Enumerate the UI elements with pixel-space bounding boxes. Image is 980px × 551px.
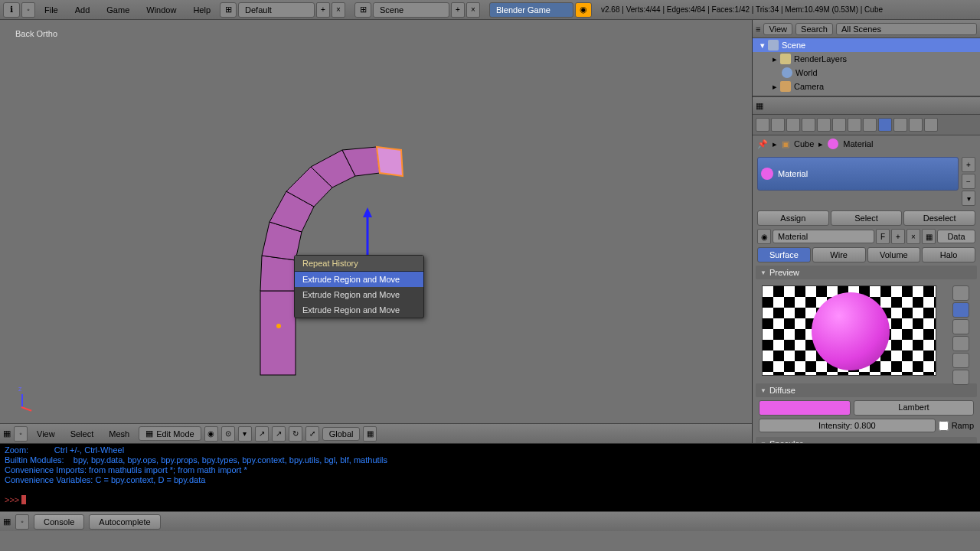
context-menu-item-2[interactable]: Extrude Region and Move (295, 302, 423, 318)
context-menu-item-0[interactable]: Extrude Region and Move (295, 272, 423, 287)
material-name-field[interactable]: Material (773, 230, 874, 243)
scene-browse-icon[interactable]: ⊞ (354, 2, 371, 18)
preview-sphere-icon[interactable] (952, 302, 969, 318)
autocomplete-button[interactable]: Autocomplete (89, 514, 160, 530)
node-toggle-icon[interactable]: ▦ (922, 229, 936, 244)
pivot-align-icon[interactable]: ▾ (238, 426, 252, 442)
tab-renderlayers-icon[interactable] (771, 118, 785, 132)
manipulator-icon[interactable]: ↗ (255, 426, 269, 442)
diffuse-shader-dropdown[interactable]: Lambert (854, 400, 974, 416)
diffuse-intensity-field[interactable]: Intensity: 0.800 (759, 419, 936, 432)
tab-material-icon[interactable] (878, 118, 892, 132)
mode-dropdown[interactable]: ▦ Edit Mode (139, 426, 201, 441)
outliner-editor-icon[interactable]: ≡ (756, 24, 760, 34)
delete-screen-icon[interactable]: × (332, 2, 345, 18)
slot-specials-icon[interactable]: ▾ (962, 191, 975, 206)
menu-game[interactable]: Game (99, 2, 137, 18)
context-menu-item-1[interactable]: Extrude Region and Move (295, 287, 423, 302)
tab-object-icon[interactable] (817, 118, 831, 132)
unlink-material-button[interactable]: × (906, 229, 920, 244)
breadcrumb-material[interactable]: Material (843, 139, 873, 148)
view3d-menu-view[interactable]: View (31, 428, 61, 440)
console-mode-button[interactable]: Console (34, 514, 84, 530)
fake-user-button[interactable]: F (876, 229, 890, 244)
properties-editor-icon[interactable]: ▦ (756, 101, 763, 111)
python-console: Zoom: Ctrl +/-, Ctrl-Wheel Builtin Modul… (0, 443, 980, 531)
preview-hair-icon[interactable] (952, 353, 969, 368)
menu-help[interactable]: Help (185, 2, 218, 18)
volume-tab[interactable]: Volume (867, 247, 921, 262)
outliner-item-world[interactable]: World (753, 66, 980, 80)
transform-orientation-dropdown[interactable]: Global (322, 427, 361, 441)
console-editor-icon[interactable]: ▦ (3, 517, 11, 527)
deselect-button[interactable]: Deselect (903, 210, 975, 226)
delete-scene-icon[interactable]: × (466, 2, 480, 18)
preview-cube-icon[interactable] (952, 319, 969, 334)
outliner-item-renderlayers[interactable]: ▸ RenderLayers (753, 52, 980, 66)
screen-layout-dropdown[interactable]: Default (238, 2, 315, 18)
outliner: ≡ View Search All Scenes ▾ Scene ▸ Rende… (753, 20, 980, 96)
view3d-collapse-icon[interactable]: ◦ (14, 426, 28, 442)
remove-slot-button[interactable]: − (962, 174, 975, 189)
tab-scene-icon[interactable] (786, 118, 800, 132)
new-material-button[interactable]: + (891, 229, 905, 244)
view3d-editor-icon[interactable]: ▦ (3, 429, 11, 439)
wire-tab[interactable]: Wire (812, 247, 866, 262)
add-screen-icon[interactable]: + (316, 2, 330, 18)
screen-browse-icon[interactable]: ⊞ (220, 2, 237, 18)
preview-flat-icon[interactable] (952, 285, 969, 301)
material-slot-0[interactable]: Material (757, 157, 959, 191)
svg-point-1 (276, 324, 281, 328)
scene-name-field[interactable]: Scene (373, 2, 449, 18)
material-browse-icon[interactable]: ◉ (757, 229, 771, 244)
diffuse-panel-header[interactable]: Diffuse (756, 383, 977, 397)
view3d-menu-select[interactable]: Select (64, 428, 100, 440)
tab-texture-icon[interactable] (893, 118, 907, 132)
console-prompt[interactable]: >>> (5, 495, 21, 504)
menu-file[interactable]: File (37, 2, 66, 18)
material-preview (762, 285, 936, 376)
view3d-menu-mesh[interactable]: Mesh (103, 428, 136, 440)
outliner-item-scene[interactable]: ▾ Scene (753, 38, 980, 52)
select-button[interactable]: Select (831, 210, 903, 226)
breadcrumb-object[interactable]: Cube (794, 139, 814, 148)
layers-icon[interactable]: ▦ (363, 426, 377, 442)
preview-sky-icon[interactable] (952, 370, 969, 385)
rotate-manip-icon[interactable]: ↻ (289, 426, 302, 442)
diffuse-ramp-checkbox[interactable] (939, 421, 949, 431)
scale-manip-icon[interactable]: ⤢ (305, 426, 319, 442)
preview-panel-header[interactable]: Preview (756, 266, 977, 279)
halo-tab[interactable]: Halo (922, 247, 975, 262)
tab-modifiers-icon[interactable] (848, 118, 861, 132)
outliner-view-mode[interactable]: View (763, 23, 792, 35)
menu-window[interactable]: Window (139, 2, 184, 18)
pivot-point-icon[interactable]: ⊙ (221, 426, 235, 442)
tab-world-icon[interactable] (802, 118, 815, 132)
outliner-filter[interactable]: All Scenes (836, 23, 977, 35)
translate-manip-icon[interactable]: ↗ (272, 426, 286, 442)
outliner-search[interactable]: Search (795, 23, 833, 35)
tab-objectdata-icon[interactable] (863, 118, 877, 132)
diffuse-color-swatch[interactable] (759, 400, 851, 416)
console-collapse-icon[interactable]: ◦ (15, 514, 29, 530)
editor-type-icon[interactable]: ℹ (3, 2, 20, 18)
link-mode-dropdown[interactable]: Data (937, 230, 975, 243)
tab-constraints-icon[interactable] (832, 118, 846, 132)
menu-add[interactable]: Add (67, 2, 98, 18)
preview-monkey-icon[interactable] (952, 336, 969, 351)
3d-viewport[interactable]: Back Ortho Repeat His (0, 20, 753, 443)
assign-button[interactable]: Assign (757, 210, 829, 226)
tab-physics-icon[interactable] (924, 118, 938, 132)
pin-icon[interactable]: 📌 (757, 139, 768, 149)
console-output[interactable]: Zoom: Ctrl +/-, Ctrl-Wheel Builtin Modul… (0, 444, 980, 511)
add-scene-icon[interactable]: + (451, 2, 465, 18)
add-slot-button[interactable]: + (962, 157, 975, 172)
tab-render-icon[interactable] (756, 118, 769, 132)
specular-panel-header[interactable]: Specular (756, 437, 977, 443)
viewport-shading-icon[interactable]: ◉ (204, 426, 218, 442)
render-engine-dropdown[interactable]: Blender Game (489, 2, 573, 18)
outliner-item-camera[interactable]: ▸ Camera (753, 80, 980, 93)
tab-particles-icon[interactable] (909, 118, 923, 132)
collapse-menus-icon[interactable]: ◦ (21, 2, 35, 18)
surface-tab[interactable]: Surface (757, 247, 811, 262)
